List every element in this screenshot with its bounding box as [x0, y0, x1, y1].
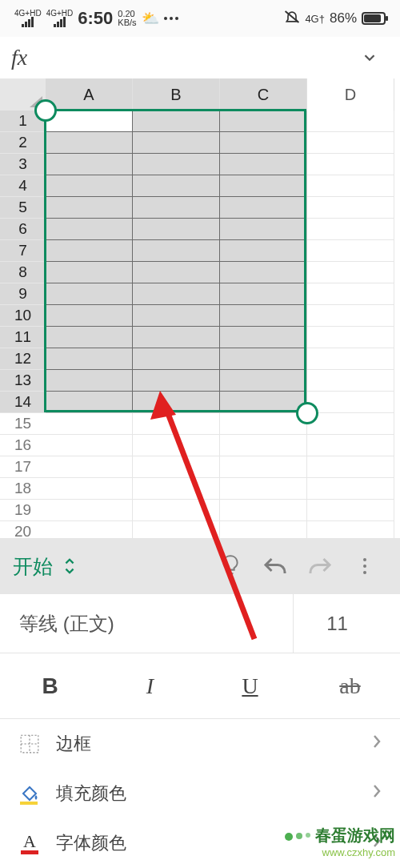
cell-A5[interactable] [46, 197, 133, 219]
cell-D5[interactable] [307, 197, 394, 219]
cell-D1[interactable] [307, 111, 394, 132]
row-header-7[interactable]: 7 [0, 240, 46, 262]
fx-label[interactable]: fx [11, 45, 35, 70]
cell-C15[interactable] [220, 413, 307, 435]
cell-D14[interactable] [307, 392, 394, 413]
lightbulb-button[interactable] [208, 542, 253, 590]
cell-D15[interactable] [307, 413, 394, 435]
cell-C3[interactable] [220, 154, 307, 175]
cell-D17[interactable] [307, 456, 394, 478]
cell-D16[interactable] [307, 435, 394, 456]
font-size-select[interactable]: 11 [293, 594, 381, 653]
underline-button[interactable]: U [200, 653, 300, 718]
row-header-20[interactable]: 20 [0, 521, 46, 543]
row-header-11[interactable]: 11 [0, 327, 46, 348]
cell-A12[interactable] [46, 348, 133, 370]
column-headers[interactable]: ABCD [46, 78, 394, 111]
cell-B17[interactable] [133, 456, 220, 478]
cell-B13[interactable] [133, 370, 220, 392]
column-header-D[interactable]: D [307, 78, 394, 111]
cell-B10[interactable] [133, 305, 220, 327]
column-header-C[interactable]: C [220, 78, 307, 111]
cell-C10[interactable] [220, 305, 307, 327]
undo-button[interactable] [253, 542, 298, 590]
tab-start[interactable]: 开始 [13, 553, 78, 580]
cell-A17[interactable] [46, 456, 133, 478]
cell-B11[interactable] [133, 327, 220, 348]
cell-C12[interactable] [220, 348, 307, 370]
row-header-9[interactable]: 9 [0, 283, 46, 305]
cell-C16[interactable] [220, 435, 307, 456]
cell-B7[interactable] [133, 240, 220, 262]
row-header-2[interactable]: 2 [0, 132, 46, 154]
cell-C18[interactable] [220, 478, 307, 500]
cell-D9[interactable] [307, 283, 394, 305]
cell-B6[interactable] [133, 219, 220, 240]
cell-B4[interactable] [133, 175, 220, 197]
cell-A16[interactable] [46, 435, 133, 456]
cell-D20[interactable] [307, 521, 394, 543]
cell-C14[interactable] [220, 392, 307, 413]
cell-D11[interactable] [307, 327, 394, 348]
cell-D8[interactable] [307, 262, 394, 283]
cell-A6[interactable] [46, 219, 133, 240]
cell-D13[interactable] [307, 370, 394, 392]
cell-B15[interactable] [133, 413, 220, 435]
cell-B18[interactable] [133, 478, 220, 500]
cell-B5[interactable] [133, 197, 220, 219]
row-header-3[interactable]: 3 [0, 154, 46, 175]
cell-A13[interactable] [46, 370, 133, 392]
cell-C2[interactable] [220, 132, 307, 154]
cell-A9[interactable] [46, 283, 133, 305]
cell-C7[interactable] [220, 240, 307, 262]
cell-A20[interactable] [46, 521, 133, 543]
cell-B2[interactable] [133, 132, 220, 154]
row-header-17[interactable]: 17 [0, 456, 46, 478]
spreadsheet[interactable]: ABCD 1234567891011121314151617181920 [0, 78, 400, 538]
cell-A1[interactable] [46, 111, 133, 132]
cell-A10[interactable] [46, 305, 133, 327]
cell-B20[interactable] [133, 521, 220, 543]
row-header-18[interactable]: 18 [0, 478, 46, 500]
row-header-16[interactable]: 16 [0, 435, 46, 456]
strike-button[interactable]: ab [300, 653, 400, 718]
cell-B16[interactable] [133, 435, 220, 456]
cell-A7[interactable] [46, 240, 133, 262]
cell-C4[interactable] [220, 175, 307, 197]
cell-D18[interactable] [307, 478, 394, 500]
column-header-B[interactable]: B [133, 78, 220, 111]
selection-handle-top-left[interactable] [34, 99, 57, 122]
cell-B1[interactable] [133, 111, 220, 132]
cell-C11[interactable] [220, 327, 307, 348]
cell-D19[interactable] [307, 500, 394, 521]
cell-A3[interactable] [46, 154, 133, 175]
row-header-13[interactable]: 13 [0, 370, 46, 392]
cell-B9[interactable] [133, 283, 220, 305]
expand-formula-icon[interactable] [350, 42, 389, 74]
cell-D12[interactable] [307, 348, 394, 370]
cell-A4[interactable] [46, 175, 133, 197]
row-header-14[interactable]: 14 [0, 392, 46, 413]
row-header-12[interactable]: 12 [0, 348, 46, 370]
font-name-select[interactable]: 等线 (正文) [19, 611, 293, 637]
cell-C1[interactable] [220, 111, 307, 132]
cell-A18[interactable] [46, 478, 133, 500]
cell-B12[interactable] [133, 348, 220, 370]
cell-A14[interactable] [46, 392, 133, 413]
more-menu-button[interactable] [342, 542, 387, 590]
row-header-6[interactable]: 6 [0, 219, 46, 240]
cell-A11[interactable] [46, 327, 133, 348]
row-header-15[interactable]: 15 [0, 413, 46, 435]
cell-C5[interactable] [220, 197, 307, 219]
row-header-5[interactable]: 5 [0, 197, 46, 219]
cell-D4[interactable] [307, 175, 394, 197]
italic-button[interactable]: I [100, 653, 200, 718]
cell-C8[interactable] [220, 262, 307, 283]
cells-area[interactable] [46, 111, 394, 543]
cell-D3[interactable] [307, 154, 394, 175]
row-header-8[interactable]: 8 [0, 262, 46, 283]
column-header-A[interactable]: A [46, 78, 133, 111]
cell-B8[interactable] [133, 262, 220, 283]
cell-A2[interactable] [46, 132, 133, 154]
bold-button[interactable]: B [0, 653, 100, 718]
